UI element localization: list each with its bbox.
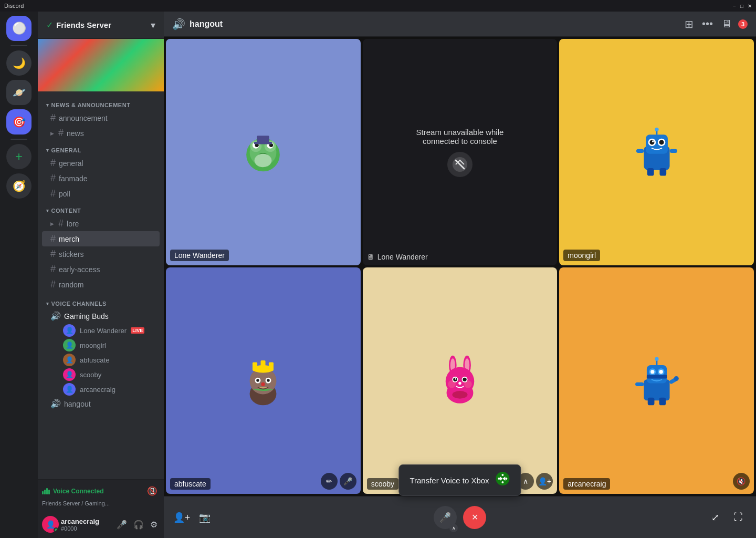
svg-rect-27 <box>669 149 677 152</box>
add-person-icon[interactable]: 👤+ <box>133 159 146 168</box>
voice-connected-bar: Voice Connected 📵 Friends Server / Gamin… <box>38 479 164 511</box>
collapse-arrow-icon: ▶ <box>50 221 54 226</box>
disconnect-call-button[interactable]: 📵 <box>145 484 160 498</box>
channel-fanmade[interactable]: # fanmade <box>42 171 160 186</box>
user-area: 👤 arcanecraig #0000 🎤 🎧 ⚙ <box>38 511 164 538</box>
svg-rect-66 <box>647 397 654 405</box>
channel-news[interactable]: ▶ # news <box>42 126 160 141</box>
server-icon-discord[interactable]: ⚪ <box>6 16 32 41</box>
svg-rect-33 <box>269 362 274 370</box>
close-button[interactable]: ✕ <box>748 3 752 9</box>
channel-random[interactable]: # random <box>42 277 160 292</box>
user-avatar: 👤 <box>63 354 76 366</box>
video-controls: ✏ 🎤 <box>321 473 356 490</box>
hash-icon: # <box>58 128 64 139</box>
server-icon-moon[interactable]: 🌙 <box>6 50 32 76</box>
channel-name: poll <box>59 190 155 198</box>
svg-rect-10 <box>254 142 272 144</box>
character-avatar <box>631 355 683 407</box>
video-user-label: arcanecraig <box>563 478 610 490</box>
notification-badge[interactable]: 3 <box>738 19 748 29</box>
voice-channel-name: Gaming Buds <box>64 312 155 320</box>
svg-point-19 <box>649 140 654 144</box>
category-arrow: ▾ <box>46 148 49 153</box>
settings-button[interactable]: ⚙ <box>148 518 160 532</box>
more-options-button[interactable]: ••• <box>700 16 715 32</box>
server-icon-target[interactable]: 🎯 <box>6 109 32 134</box>
fullscreen-button[interactable]: ⛶ <box>729 508 748 527</box>
channels-scroll: ▾ NEWS & ANNOUNCEMENT # announcement ▶ #… <box>38 91 164 479</box>
screen-mode-button[interactable]: 🖥 <box>719 16 734 32</box>
category-news-announcement[interactable]: ▾ NEWS & ANNOUNCEMENT <box>38 100 164 110</box>
video-tile-moongirl: moongirl <box>559 39 754 265</box>
channel-stickers[interactable]: # stickers <box>42 246 160 262</box>
add-person-button[interactable]: 👤+ <box>172 508 191 527</box>
server-divider-2 <box>10 139 27 140</box>
category-voice-channels[interactable]: ▾ VOICE CHANNELS <box>38 298 164 309</box>
channel-lore[interactable]: ▶ # lore <box>42 216 160 231</box>
server-list: ⚪ 🌙 🪐 🎯 + 🧭 <box>0 12 38 538</box>
mute-button[interactable]: 🎤 <box>340 473 356 490</box>
discover-button[interactable]: 🧭 <box>6 173 32 199</box>
category-content[interactable]: ▾ CONTENT <box>38 205 164 216</box>
svg-point-70 <box>506 478 508 480</box>
mute-user-button[interactable]: 🔇 <box>733 473 750 490</box>
app-title: Discord <box>4 3 24 9</box>
server-icon-planet[interactable]: 🪐 <box>6 80 32 105</box>
server-banner <box>38 39 164 91</box>
maximize-button[interactable]: □ <box>740 3 743 9</box>
svg-rect-32 <box>261 360 266 370</box>
external-link-button[interactable]: ⤢ <box>706 508 724 527</box>
headphone-button[interactable]: 🎧 <box>131 518 146 532</box>
voice-user-scooby[interactable]: 👤 scooby <box>42 367 160 382</box>
channel-merch[interactable]: # merch <box>42 231 160 246</box>
channel-general[interactable]: # general 👤+ ⚙ <box>42 156 160 171</box>
svg-point-61 <box>659 370 663 374</box>
svg-point-51 <box>455 378 456 380</box>
channel-name: fanmade <box>59 174 155 183</box>
svg-rect-26 <box>636 149 644 152</box>
video-controls: ∧ 👤+ <box>517 473 553 490</box>
add-user-button[interactable]: 👤+ <box>536 473 553 490</box>
channel-sidebar: ✓ Friends Server ▾ ▾ NEWS & ANNOUNCEMENT… <box>38 12 164 538</box>
main-header: 🔊 hangout ⊞ ••• 🖥 3 <box>164 12 756 37</box>
pencil-button[interactable]: ✏ <box>321 473 338 490</box>
end-call-button[interactable]: ✕ <box>463 506 486 529</box>
channel-name: early-access <box>59 265 155 274</box>
video-controls: 🔇 <box>733 473 750 490</box>
current-user-avatar: 👤 <box>42 516 59 533</box>
user-name: arcanecraig <box>80 386 116 394</box>
voice-user-abfuscate[interactable]: 👤 abfuscate <box>42 353 160 367</box>
channel-announcement[interactable]: # announcement <box>42 110 160 126</box>
mic-chevron[interactable]: ∧ <box>449 524 458 532</box>
svg-point-69 <box>502 474 504 476</box>
svg-rect-25 <box>659 168 666 176</box>
add-server-button[interactable]: + <box>6 144 32 169</box>
grid-view-button[interactable]: ⊞ <box>682 16 696 33</box>
svg-point-72 <box>498 478 500 480</box>
channel-early-access[interactable]: # early-access <box>42 262 160 277</box>
microphone-button[interactable]: 🎤 <box>114 518 129 532</box>
hash-icon: # <box>50 158 56 169</box>
voice-user-arcanecraig[interactable]: 👤 arcanecraig <box>42 382 160 397</box>
voice-channel-hangout[interactable]: 🔊 hangout <box>42 397 160 411</box>
category-label: VOICE CHANNELS <box>51 301 107 307</box>
bottom-right-controls: ⤢ ⛶ <box>706 508 748 527</box>
server-header[interactable]: ✓ Friends Server ▾ <box>38 12 164 39</box>
svg-point-52 <box>458 381 461 384</box>
video-tile-abfuscate: abfuscate ✏ 🎤 <box>166 267 361 494</box>
bottom-bar: Transfer Voice to Xbox 👤+ 📷 🎤 ∧ <box>164 496 756 538</box>
xbox-icon <box>496 471 510 489</box>
voice-user-moongirl[interactable]: 👤 moongirl <box>42 338 160 353</box>
svg-point-20 <box>659 140 664 144</box>
minimize-button[interactable]: − <box>733 3 736 9</box>
character-avatar <box>237 126 289 179</box>
voice-user-lone-wanderer[interactable]: 👤 Lone Wanderer LIVE <box>42 323 160 338</box>
hash-icon: # <box>50 112 56 123</box>
category-general[interactable]: ▾ GENERAL <box>38 145 164 156</box>
camera-button[interactable]: 📷 <box>195 508 214 527</box>
voice-channel-gaming-buds[interactable]: 🔊 Gaming Buds <box>42 309 160 323</box>
settings-icon[interactable]: ⚙ <box>149 159 155 168</box>
channel-poll[interactable]: # poll <box>42 186 160 201</box>
xbox-transfer-banner[interactable]: Transfer Voice to Xbox <box>398 464 521 496</box>
